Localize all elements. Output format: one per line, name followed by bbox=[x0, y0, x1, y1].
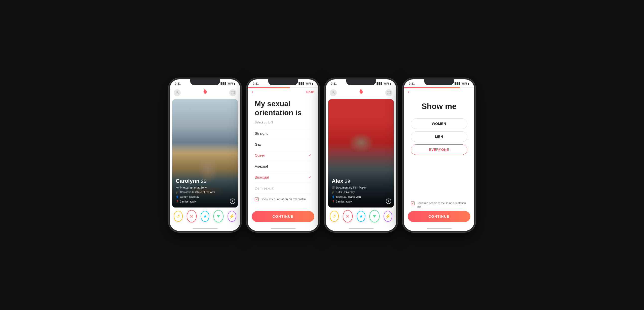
progress-bar-4 bbox=[404, 87, 474, 88]
status-icons-3: ▋▋▋ WiFi ▮ bbox=[376, 82, 391, 85]
status-icons-2: ▋▋▋ WiFi ▮ bbox=[298, 82, 313, 85]
info-button-1[interactable]: i bbox=[230, 198, 235, 204]
phone-2: 9:41 ▋▋▋ WiFi ▮ ‹ SKIP My sexual orienta… bbox=[246, 78, 320, 232]
show-same-label: Show me people of the same orientation f… bbox=[417, 201, 467, 209]
show-orientation-label: Show my orientation on my profile bbox=[261, 197, 306, 201]
profile-icon-left-3[interactable] bbox=[330, 89, 337, 96]
info-button-3[interactable]: i bbox=[386, 198, 391, 204]
showme-options: WOMEN MEN EVERYONE bbox=[411, 118, 467, 155]
wifi-icon-2: WiFi bbox=[306, 82, 311, 85]
tinder-logo-1 bbox=[202, 88, 208, 97]
phone4-header: ‹ bbox=[404, 88, 474, 97]
phone-4: 9:41 ▋▋▋ WiFi ▮ ‹ Show me WOMEN MEN EVER… bbox=[402, 78, 476, 232]
wifi-icon-3: WiFi bbox=[384, 82, 389, 85]
profile-icon-left[interactable] bbox=[174, 89, 181, 96]
showme-women[interactable]: WOMEN bbox=[411, 118, 467, 129]
action-bar-3: ↺ ✕ ★ ♥ ⚡ bbox=[326, 207, 396, 226]
showme-everyone[interactable]: EVERYONE bbox=[411, 144, 467, 155]
boost-button[interactable]: ⚡ bbox=[228, 211, 236, 222]
card-info-alex: Alex 29 🎬Documentary Film Maker 🎓Tufts U… bbox=[332, 178, 386, 204]
notch-4 bbox=[424, 79, 454, 85]
profile-card-carolynn[interactable]: Carolynn 26 📷Photographer at Sony 🎓Calif… bbox=[172, 99, 238, 207]
show-same-orientation-row[interactable]: ✓ Show me people of the same orientation… bbox=[404, 197, 474, 211]
card-wrapper-1[interactable]: Carolynn 26 📷Photographer at Sony 🎓Calif… bbox=[170, 99, 240, 207]
phone3-header bbox=[326, 87, 396, 99]
battery-icon: ▮ bbox=[234, 82, 235, 85]
status-icons-4: ▋▋▋ WiFi ▮ bbox=[454, 82, 469, 85]
signal-icon-3: ▋▋▋ bbox=[376, 82, 382, 85]
phone-3: 9:41 ▋▋▋ WiFi ▮ bbox=[324, 78, 398, 232]
orientation-title: My sexual orientation is bbox=[255, 99, 311, 117]
profile-details-carolynn: 📷Photographer at Sony 🎓California Instit… bbox=[176, 185, 230, 204]
showme-men[interactable]: MEN bbox=[411, 131, 467, 142]
check-bisexual: ✓ bbox=[308, 175, 311, 179]
nope-button-3[interactable]: ✕ bbox=[343, 210, 353, 222]
continue-button-4[interactable]: CONTINUE bbox=[408, 211, 470, 222]
status-icons-1: ▋▋▋ WiFi ▮ bbox=[220, 82, 235, 85]
check-queer: ✓ bbox=[308, 153, 311, 157]
orientation-gay[interactable]: Gay bbox=[255, 139, 311, 150]
status-time-4: 9:41 bbox=[409, 82, 415, 86]
notch-1 bbox=[190, 79, 220, 85]
showme-title: Show me bbox=[422, 102, 456, 111]
status-time-1: 9:41 bbox=[175, 82, 181, 86]
home-indicator-2 bbox=[248, 226, 318, 231]
progress-fill-2 bbox=[248, 87, 290, 88]
like-button-3[interactable]: ♥ bbox=[369, 210, 379, 222]
show-orientation-checkbox[interactable]: ✓ bbox=[255, 197, 259, 201]
select-hint: Select up to 3 bbox=[255, 121, 311, 124]
back-button-2[interactable]: ‹ bbox=[252, 89, 254, 95]
chat-icon-right[interactable] bbox=[229, 89, 236, 96]
status-time-2: 9:41 bbox=[253, 82, 259, 86]
back-button-4[interactable]: ‹ bbox=[408, 89, 410, 95]
action-bar-1: ↺ ✕ ★ ♥ ⚡ bbox=[170, 207, 240, 226]
signal-icon-4: ▋▋▋ bbox=[454, 82, 460, 85]
home-indicator-3 bbox=[326, 226, 396, 231]
rewind-button-3[interactable]: ↺ bbox=[330, 211, 339, 222]
boost-button-3[interactable]: ⚡ bbox=[384, 211, 392, 222]
profile-name-alex: Alex 29 bbox=[332, 178, 386, 184]
phones-container: 9:41 ▋▋▋ WiFi ▮ bbox=[161, 70, 483, 240]
show-same-checkbox[interactable]: ✓ bbox=[411, 201, 415, 205]
wifi-icon-4: WiFi bbox=[462, 82, 467, 85]
profile-name-carolynn: Carolynn 26 bbox=[176, 178, 230, 184]
progress-bar-2 bbox=[248, 87, 318, 88]
orientation-demisexual[interactable]: Demisexual bbox=[255, 183, 311, 194]
like-button[interactable]: ♥ bbox=[213, 210, 223, 222]
orientation-straight[interactable]: Straight bbox=[255, 128, 311, 139]
svg-point-1 bbox=[332, 91, 334, 93]
notch-2 bbox=[268, 79, 298, 85]
svg-point-0 bbox=[176, 91, 178, 93]
notch-3 bbox=[346, 79, 376, 85]
phone2-header: ‹ SKIP bbox=[248, 88, 318, 97]
orientation-asexual[interactable]: Asexual bbox=[255, 161, 311, 172]
continue-button-2[interactable]: CONTINUE bbox=[252, 211, 314, 222]
battery-icon-2: ▮ bbox=[312, 82, 313, 85]
superlike-button-3[interactable]: ★ bbox=[357, 211, 366, 222]
signal-icon: ▋▋▋ bbox=[220, 82, 226, 85]
orientation-content: My sexual orientation is Select up to 3 … bbox=[248, 97, 318, 211]
battery-icon-4: ▮ bbox=[468, 82, 469, 85]
home-indicator-4 bbox=[404, 226, 474, 231]
tinder-logo-3 bbox=[358, 88, 364, 97]
superlike-button[interactable]: ★ bbox=[201, 211, 210, 222]
profile-card-alex[interactable]: Alex 29 🎬Documentary Film Maker 🎓Tufts U… bbox=[328, 99, 394, 207]
chat-icon-right-3[interactable] bbox=[385, 89, 392, 96]
showme-content: Show me WOMEN MEN EVERYONE bbox=[404, 97, 474, 197]
phone-1: 9:41 ▋▋▋ WiFi ▮ bbox=[168, 78, 242, 232]
signal-icon-2: ▋▋▋ bbox=[298, 82, 304, 85]
rewind-button[interactable]: ↺ bbox=[174, 211, 183, 222]
wifi-icon: WiFi bbox=[228, 82, 233, 85]
skip-button-2[interactable]: SKIP bbox=[306, 90, 314, 94]
nope-button[interactable]: ✕ bbox=[187, 210, 197, 222]
card-info-carolynn: Carolynn 26 📷Photographer at Sony 🎓Calif… bbox=[176, 178, 230, 204]
battery-icon-3: ▮ bbox=[390, 82, 391, 85]
orientation-list: Straight Gay Queer ✓ Asexual Bisexual ✓ bbox=[255, 128, 311, 194]
status-time-3: 9:41 bbox=[331, 82, 337, 86]
card-wrapper-3[interactable]: Alex 29 🎬Documentary Film Maker 🎓Tufts U… bbox=[326, 99, 396, 207]
progress-fill-4 bbox=[404, 87, 460, 88]
orientation-queer[interactable]: Queer ✓ bbox=[255, 150, 311, 161]
orientation-bisexual[interactable]: Bisexual ✓ bbox=[255, 172, 311, 183]
show-orientation-row[interactable]: ✓ Show my orientation on my profile bbox=[255, 194, 311, 203]
profile-details-alex: 🎬Documentary Film Maker 🎓Tufts Universit… bbox=[332, 185, 386, 204]
